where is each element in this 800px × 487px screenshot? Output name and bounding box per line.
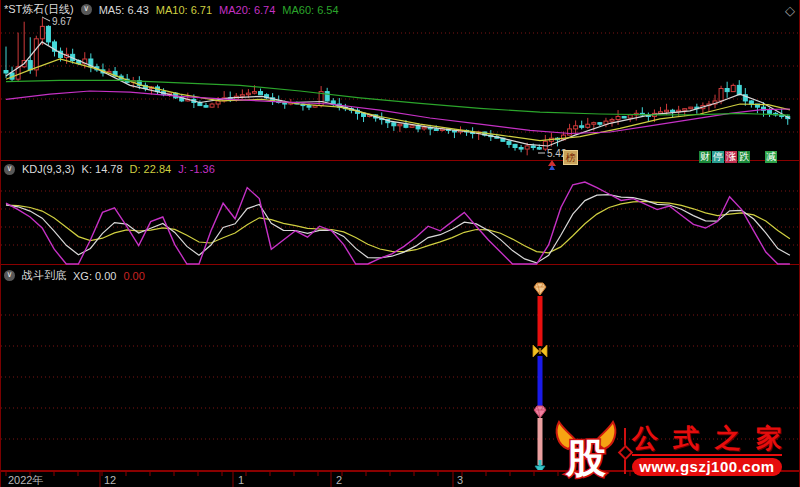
kdj-chart[interactable] xyxy=(0,161,800,264)
logo-site-name: 公式之家 xyxy=(632,426,782,452)
ma60-value: MA60: 6.54 xyxy=(282,4,338,16)
kdj-j-value: J: -1.36 xyxy=(178,163,215,175)
svg-text:9.67: 9.67 xyxy=(52,16,72,27)
low-marker-icon xyxy=(548,157,556,175)
collapse-main-icon[interactable]: ∨ xyxy=(81,4,92,15)
main-chart-panel[interactable]: 9.675.42 xyxy=(0,0,800,160)
ma20-value: MA20: 6.74 xyxy=(219,4,275,16)
watermark-logo: 股 公式之家 www.gszj100.com xyxy=(552,417,798,485)
axis-label: 1 xyxy=(238,474,244,486)
kdj-name: KDJ(9,3,3) xyxy=(22,163,75,175)
main-chart-header: *ST炼石(日线) ∨ MA5: 6.43 MA10: 6.71 MA20: 6… xyxy=(4,2,339,17)
kdj-panel[interactable] xyxy=(0,160,800,265)
bull-character: 股 xyxy=(565,436,606,480)
collapse-kdj-icon[interactable]: ∨ xyxy=(4,164,15,175)
signal-xg-value-red: 0.00 xyxy=(123,270,144,282)
kdj-header: ∨ KDJ(9,3,3) K: 14.78 D: 22.84 J: -1.36 xyxy=(4,163,215,175)
left-border xyxy=(0,0,1,487)
rank-badge[interactable]: 榜 xyxy=(563,150,578,165)
candlestick-chart[interactable]: 9.675.42 xyxy=(0,0,800,160)
collapse-signal-icon[interactable]: ∨ xyxy=(4,270,15,281)
signal-name: 战斗到底 xyxy=(22,268,66,283)
logo-underline xyxy=(632,454,782,456)
axis-label: 2 xyxy=(336,474,342,486)
axis-label: 2022年 xyxy=(8,474,43,486)
axis-label: 3 xyxy=(457,474,463,486)
quick-link-badges: 财 停 涨 跌 减 xyxy=(699,151,777,163)
kdj-d-value: D: 22.84 xyxy=(130,163,172,175)
badge-finance[interactable]: 财 xyxy=(699,151,711,163)
stock-app-window: 9.675.42 2022年12123 *ST炼石(日线) ∨ MA5: 6.4… xyxy=(0,0,800,487)
bull-stock-icon: 股 xyxy=(552,419,622,483)
ma10-value: MA10: 6.71 xyxy=(156,4,212,16)
ma5-value: MA5: 6.43 xyxy=(99,4,149,16)
badge-halt[interactable]: 停 xyxy=(712,151,724,163)
kdj-k-value: K: 14.78 xyxy=(82,163,123,175)
signal-header: ∨ 战斗到底 XG: 0.00 0.00 xyxy=(4,268,145,283)
corner-diamond-icon[interactable]: ◇ xyxy=(785,3,795,18)
logo-url: www.gszj100.com xyxy=(632,458,782,476)
stock-title: *ST炼石(日线) xyxy=(4,2,74,17)
logo-divider xyxy=(624,428,626,474)
signal-xg-value: XG: 0.00 xyxy=(73,270,116,282)
axis-label: 12 xyxy=(104,474,116,486)
badge-rise[interactable]: 涨 xyxy=(725,151,737,163)
badge-fall[interactable]: 跌 xyxy=(738,151,750,163)
badge-reduce[interactable]: 减 xyxy=(765,151,777,163)
